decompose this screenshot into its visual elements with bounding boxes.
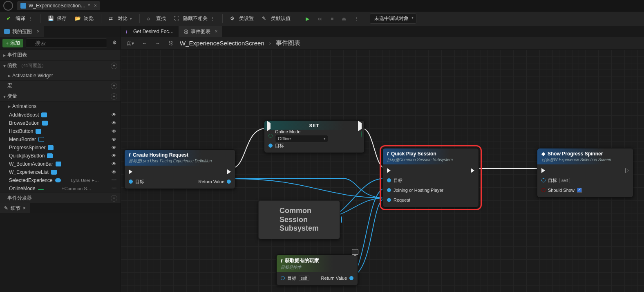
visibility-icon[interactable]: 👁: [111, 145, 117, 150]
var-item[interactable]: SelectedExperienceLyra User F…〰: [0, 176, 121, 184]
close-icon[interactable]: ×: [215, 29, 217, 34]
var-item[interactable]: OnlineModeECommon S…〰: [0, 184, 121, 193]
pin-label: Request: [394, 198, 410, 202]
visibility-icon[interactable]: 👁: [111, 161, 117, 167]
target-pin[interactable]: 目标: [268, 142, 360, 149]
cat-label: Animations: [12, 103, 36, 109]
cat-animations[interactable]: ▸Animations: [0, 101, 121, 111]
bookmark-icon[interactable]: 🕮▾: [125, 40, 136, 47]
close-icon[interactable]: ×: [37, 29, 40, 34]
value-out-pin[interactable]: [361, 131, 362, 137]
exec-in-pin[interactable]: [267, 123, 271, 129]
add-plus-icon[interactable]: +: [111, 63, 117, 69]
visibility-icon[interactable]: 👁: [111, 120, 117, 126]
node-quick-play-session[interactable]: fQuick Play Session 目标是Common Session Su…: [382, 148, 479, 207]
graph-tab-event[interactable]: ⛓ 事件图表 ×: [179, 26, 222, 37]
var-item[interactable]: QuickplayButton👁: [0, 152, 121, 160]
visibility-icon[interactable]: 〰: [111, 186, 117, 191]
save-button[interactable]: 💾 保存: [45, 13, 70, 24]
details-tab[interactable]: ✎ 细节 ×: [0, 203, 30, 213]
editor-tab[interactable]: W_ExperienceSelection… * ×: [17, 1, 100, 10]
node-get-owning-player[interactable]: f获取拥有的玩家 目标是控件 目标self Return Value: [276, 254, 358, 285]
target-pin[interactable]: 目标self: [541, 177, 582, 184]
online-mode-pin[interactable]: Online Mode Offline: [268, 132, 360, 139]
settings-gear-icon[interactable]: ⚙: [111, 40, 118, 47]
exec-out-pin[interactable]: [625, 167, 629, 174]
class-defaults-button[interactable]: ✎ 类默认值: [259, 13, 294, 24]
cat-functions[interactable]: ▾函数（41可覆盖）+: [0, 60, 121, 71]
class-settings-label: 类设置: [239, 15, 254, 22]
var-item[interactable]: HostButton👁: [0, 127, 121, 135]
eject-button[interactable]: ⏏: [338, 14, 349, 23]
output-pin[interactable]: [341, 217, 342, 222]
online-mode-select[interactable]: Offline: [275, 135, 328, 142]
my-blueprint-tab[interactable]: 我的蓝图 ×: [0, 26, 44, 37]
target-pin[interactable]: 目标: [129, 178, 144, 185]
breadcrumb-leaf[interactable]: 事件图表: [276, 39, 300, 47]
browse-button[interactable]: 📂 浏览: [72, 13, 97, 24]
add-button[interactable]: + 添加: [2, 39, 23, 47]
var-item[interactable]: AdditiveBoost👁: [0, 111, 121, 119]
add-plus-icon[interactable]: +: [111, 195, 117, 202]
cat-dispatchers[interactable]: 事件分发器+: [0, 193, 121, 203]
class-settings-button[interactable]: ⚙ 类设置: [227, 13, 257, 24]
node-common-session-subsystem[interactable]: CommonSessionSubsystem: [258, 200, 340, 239]
visibility-icon[interactable]: 👁: [111, 128, 117, 134]
step-button[interactable]: ⏭: [314, 14, 326, 23]
visibility-icon[interactable]: 👁: [111, 112, 117, 118]
compile-button[interactable]: ✔ 编译 ⋮: [3, 13, 36, 24]
should-show-pin[interactable]: Should Show: [541, 186, 582, 194]
target-pin[interactable]: 目标: [387, 177, 443, 184]
exec-in-pin[interactable]: [387, 167, 443, 174]
diff-button[interactable]: ⇄ 对比 ▾: [105, 13, 135, 24]
request-pin[interactable]: Request: [387, 196, 443, 204]
play-options-button[interactable]: ⋮: [351, 14, 362, 23]
exec-out-pin[interactable]: [358, 123, 362, 129]
breadcrumb-root[interactable]: W_ExperienceSelectionScreen: [180, 40, 264, 47]
cat-activatable[interactable]: ▸Activatable Widget: [0, 71, 121, 80]
stop-button[interactable]: ■: [327, 14, 337, 23]
bool-checkbox[interactable]: [577, 188, 582, 193]
player-pin[interactable]: Joining or Hosting Player: [387, 186, 443, 194]
exec-in-pin[interactable]: [129, 168, 144, 175]
cat-label: 变量: [7, 93, 17, 100]
play-button[interactable]: ▶: [302, 14, 313, 23]
graph-tab-function[interactable]: f Get Desired Foc…: [121, 26, 179, 37]
target-pin[interactable]: 目标self: [281, 274, 309, 282]
return-value-pin[interactable]: Return Value: [199, 178, 231, 185]
var-item[interactable]: W_ExperienceList👁: [0, 168, 121, 176]
nav-back-button[interactable]: ←: [141, 40, 149, 47]
add-plus-icon[interactable]: +: [111, 93, 117, 100]
var-item[interactable]: W_BottomActionBar👁: [0, 160, 121, 168]
add-plus-icon[interactable]: +: [111, 83, 117, 89]
find-button[interactable]: ⌕ 查找: [144, 13, 169, 24]
visibility-icon[interactable]: 〰: [111, 177, 117, 183]
var-item[interactable]: BrowseButton👁: [0, 119, 121, 127]
visibility-icon[interactable]: 👁: [111, 169, 117, 175]
cat-macros[interactable]: 宏+: [0, 80, 121, 91]
debug-object-select[interactable]: 未选中调试对象: [370, 13, 416, 24]
graph-canvas[interactable]: fCreate Hosting Request 目标是Lyra User Fac…: [121, 50, 644, 292]
options-dots-icon[interactable]: ⋮: [210, 16, 215, 22]
hide-unrelated-button[interactable]: ⛶ 隐藏不相关 ⋮: [171, 13, 218, 24]
hide-label: 隐藏不相关: [183, 15, 208, 22]
exec-out-pin[interactable]: [227, 168, 231, 175]
exec-out-pin[interactable]: [471, 167, 474, 174]
options-dots-icon[interactable]: ⋮: [28, 16, 33, 22]
close-icon[interactable]: ×: [94, 3, 97, 9]
nav-forward-button[interactable]: →: [154, 40, 162, 47]
node-create-hosting-request[interactable]: fCreate Hosting Request 目标是Lyra User Fac…: [124, 149, 235, 189]
visibility-icon[interactable]: 👁: [111, 153, 117, 159]
cat-variables[interactable]: ▾变量+: [0, 91, 121, 101]
cat-event-graph[interactable]: ▸事件图表: [0, 49, 121, 60]
search-input[interactable]: [26, 38, 107, 48]
close-icon[interactable]: ×: [23, 205, 26, 211]
find-label: 查找: [156, 15, 166, 22]
var-item[interactable]: MenuBorder👁: [0, 135, 121, 144]
return-value-pin[interactable]: Return Value: [321, 274, 353, 282]
node-show-progress-spinner[interactable]: ◆Show Progress Spinner 目标是W Experience S…: [537, 148, 633, 198]
var-item[interactable]: ProgressSpinner👁: [0, 144, 121, 152]
node-set[interactable]: SET Online Mode Offline 目标: [264, 120, 364, 153]
exec-in-pin[interactable]: [541, 167, 582, 174]
visibility-icon[interactable]: 👁: [111, 137, 117, 142]
